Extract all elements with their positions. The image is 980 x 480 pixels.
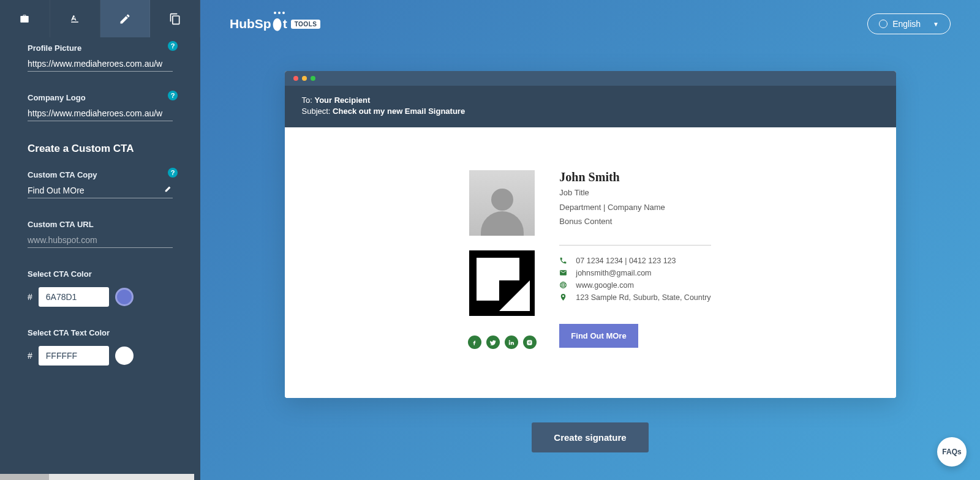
input-cta-text-color[interactable] — [39, 346, 109, 366]
location-icon — [559, 293, 567, 301]
phone-icon — [559, 257, 567, 264]
signature-job-title: Job Title — [559, 187, 710, 199]
signature-name: John Smith — [559, 170, 710, 184]
create-signature-button[interactable]: Create signature — [532, 422, 648, 452]
app-root: ? Profile Picture ? Company Logo Create … — [0, 0, 980, 480]
hash-symbol: # — [28, 292, 32, 302]
label-profile-picture: Profile Picture — [28, 43, 173, 53]
email-preview-window: To: Your Recipient Subject: Check out my… — [285, 71, 896, 398]
label-cta-url: Custom CTA URL — [28, 220, 173, 229]
to-label: To: — [302, 96, 312, 105]
language-selector[interactable]: English ▼ — [867, 13, 951, 34]
signature-bonus: Bonus Content — [559, 216, 710, 228]
logo-text-2: t — [283, 17, 287, 31]
chevron-down-icon: ▼ — [933, 21, 939, 28]
divider — [559, 245, 710, 246]
help-icon[interactable]: ? — [168, 41, 178, 51]
sidebar-scroll[interactable]: ? Profile Picture ? Company Logo Create … — [0, 37, 200, 480]
field-cta-color: Select CTA Color # — [28, 269, 173, 307]
link-icon — [559, 281, 567, 289]
website-value: www.google.com — [576, 281, 634, 290]
twitter-icon[interactable] — [486, 336, 500, 349]
faqs-button[interactable]: FAQs — [937, 437, 967, 467]
window-chrome — [285, 71, 896, 86]
tab-edit[interactable] — [100, 0, 151, 37]
avatar — [469, 170, 535, 236]
help-icon[interactable]: ? — [168, 168, 178, 178]
horizontal-scrollbar[interactable] — [0, 474, 194, 480]
social-icons — [468, 336, 537, 349]
input-cta-copy[interactable] — [28, 183, 173, 198]
sidebar-tabs — [0, 0, 200, 37]
field-cta-url: Custom CTA URL — [28, 220, 173, 248]
signature-dept-company: Department | Company Name — [559, 201, 710, 214]
help-icon[interactable]: ? — [168, 91, 178, 100]
contact-address: 123 Sample Rd, Suburb, State, Country — [559, 293, 710, 302]
signature-left-col: ★ — [469, 170, 535, 349]
signature-right-col: John Smith Job Title Department | Compan… — [559, 170, 710, 349]
input-cta-url[interactable] — [28, 233, 173, 248]
company-logo-image: ★ — [469, 250, 535, 316]
to-value: Your Recipient — [314, 96, 370, 105]
field-company-logo: ? Company Logo — [28, 93, 173, 121]
topbar: HubSp ⬮ t TOOLS English ▼ — [200, 0, 980, 40]
phone-value: 07 1234 1234 | 0412 123 123 — [576, 257, 676, 265]
star-icon: ★ — [522, 253, 531, 264]
label-cta-copy: Custom CTA Copy — [28, 170, 173, 179]
tab-style[interactable] — [50, 0, 100, 37]
window-min-icon — [302, 76, 307, 81]
label-company-logo: Company Logo — [28, 93, 173, 102]
email-body: ★ John Smith Job Title Department | Comp… — [285, 127, 896, 398]
instagram-icon[interactable] — [523, 336, 537, 349]
field-cta-text-color: Select CTA Text Color # — [28, 328, 173, 366]
language-label: English — [892, 19, 921, 29]
window-close-icon — [293, 76, 298, 81]
input-cta-color[interactable] — [39, 287, 109, 307]
tab-copy[interactable] — [150, 0, 200, 37]
briefcase-icon — [18, 13, 31, 25]
logo-text-1: HubSp — [230, 17, 271, 31]
input-company-logo[interactable] — [28, 106, 173, 121]
email-icon — [559, 269, 567, 277]
cta-button[interactable]: Find Out MOre — [559, 324, 638, 348]
settings-sidebar: ? Profile Picture ? Company Logo Create … — [0, 0, 200, 480]
facebook-icon[interactable] — [468, 336, 481, 349]
globe-icon — [879, 20, 888, 28]
label-cta-color: Select CTA Color — [28, 269, 173, 279]
logo-badge: TOOLS — [291, 20, 321, 29]
field-cta-copy: ? Custom CTA Copy — [28, 170, 173, 198]
pencil-icon — [119, 13, 131, 25]
signature-block: ★ John Smith Job Title Department | Comp… — [469, 170, 710, 349]
contact-website: www.google.com — [559, 281, 710, 290]
edit-field-icon[interactable] — [164, 184, 173, 193]
subject-value: Check out my new Email Signature — [333, 107, 465, 116]
hash-symbol: # — [28, 351, 32, 361]
address-value: 123 Sample Rd, Suburb, State, Country — [576, 293, 710, 302]
subject-label: Subject: — [302, 107, 331, 116]
email-header: To: Your Recipient Subject: Check out my… — [285, 86, 896, 127]
field-profile-picture: ? Profile Picture — [28, 43, 173, 72]
email-value: johnsmith@gmail.com — [576, 269, 651, 277]
tab-details[interactable] — [0, 0, 50, 37]
swatch-cta-color[interactable] — [115, 288, 134, 306]
input-profile-picture[interactable] — [28, 56, 173, 72]
label-cta-text-color: Select CTA Text Color — [28, 328, 173, 337]
text-style-icon — [69, 13, 81, 25]
section-heading-cta: Create a Custom CTA — [28, 143, 173, 155]
contact-email: johnsmith@gmail.com — [559, 269, 710, 277]
window-max-icon — [311, 76, 315, 81]
main-preview-area: HubSp ⬮ t TOOLS English ▼ To: Yo — [200, 0, 980, 480]
swatch-cta-text-color[interactable] — [115, 347, 134, 365]
copy-icon — [169, 13, 181, 25]
hubspot-logo: HubSp ⬮ t TOOLS — [230, 15, 320, 32]
contact-phone: 07 1234 1234 | 0412 123 123 — [559, 257, 710, 265]
linkedin-icon[interactable] — [505, 336, 518, 349]
